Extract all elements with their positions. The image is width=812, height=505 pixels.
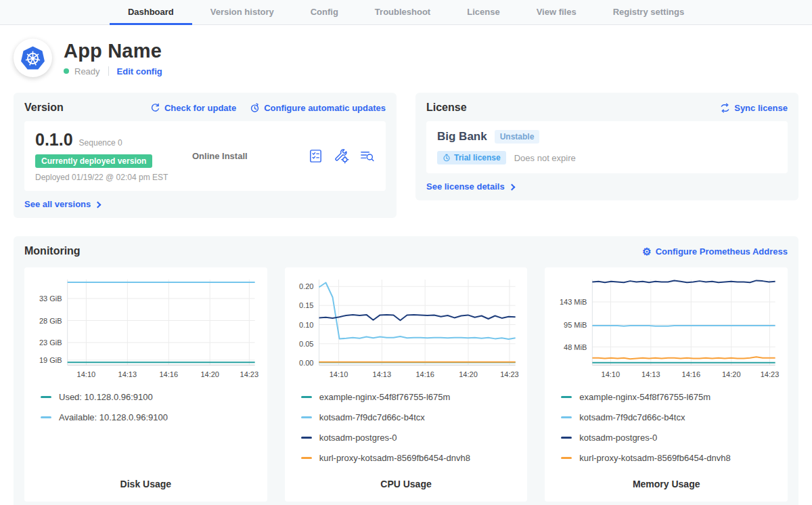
svg-text:14:20: 14:20	[722, 370, 741, 378]
svg-text:23 GiB: 23 GiB	[39, 338, 62, 347]
svg-text:143 MiB: 143 MiB	[560, 298, 587, 306]
tab-version-history[interactable]: Version history	[192, 0, 292, 25]
legend-item: kurl-proxy-kotsadm-8569fb6454-dnvh8	[301, 453, 520, 463]
sync-arrows-icon	[720, 103, 730, 113]
svg-text:0.05: 0.05	[299, 340, 313, 348]
svg-text:48 MiB: 48 MiB	[564, 343, 587, 351]
deployed-badge: Currently deployed version	[35, 154, 152, 168]
svg-text:0.20: 0.20	[299, 282, 313, 290]
legend-label: kurl-proxy-kotsadm-8569fb6454-dnvh8	[319, 453, 470, 463]
legend-item: kotsadm-postgres-0	[301, 433, 520, 443]
svg-text:0.10: 0.10	[299, 321, 313, 329]
configure-wrench-icon[interactable]	[334, 148, 349, 164]
legend-label: kotsadm-7f9dc7d66c-b4tcx	[319, 412, 425, 422]
refresh-icon	[150, 103, 160, 113]
svg-text:14:10: 14:10	[602, 370, 621, 378]
see-license-details-link[interactable]: See license details	[426, 181, 788, 192]
top-nav: Dashboard Version history Config Trouble…	[0, 0, 812, 25]
svg-text:14:23: 14:23	[761, 370, 780, 378]
tab-license[interactable]: License	[449, 0, 518, 25]
license-panel: Big Bank Unstable Trial license D	[426, 121, 788, 173]
legend-item: kurl-proxy-kotsadm-8569fb6454-dnvh8	[561, 453, 780, 463]
legend-item: kotsadm-7f9dc7d66c-b4tcx	[561, 412, 780, 422]
svg-text:14:13: 14:13	[641, 370, 660, 378]
legend-item: kotsadm-postgres-0	[561, 433, 780, 443]
sync-license-button[interactable]: Sync license	[720, 103, 788, 113]
legend-label: example-nginx-54f8f76755-l675m	[319, 392, 451, 402]
legend-label: kotsadm-postgres-0	[319, 433, 397, 443]
memory-usage-legend: example-nginx-54f8f76755-l675mkotsadm-7f…	[553, 392, 780, 473]
svg-text:14:20: 14:20	[459, 370, 478, 378]
tab-view-files[interactable]: View files	[518, 0, 595, 25]
legend-label: kotsadm-7f9dc7d66c-b4tcx	[579, 412, 685, 422]
edit-config-link[interactable]: Edit config	[117, 66, 162, 76]
tab-registry-settings[interactable]: Registry settings	[595, 0, 702, 25]
version-number: 0.1.0	[35, 130, 73, 150]
memory-usage-chart: 14:1014:1314:1614:2014:23143 MiB95 MiB48…	[553, 276, 780, 382]
legend-item: kotsadm-7f9dc7d66c-b4tcx	[301, 412, 520, 422]
page-title: App Name	[64, 40, 162, 62]
customer-name: Big Bank	[437, 130, 487, 144]
chart-title-disk: Disk Usage	[32, 473, 259, 492]
check-for-update-button[interactable]: Check for update	[150, 103, 236, 113]
tab-config[interactable]: Config	[292, 0, 357, 25]
legend-dash-icon	[41, 396, 51, 398]
legend-label: example-nginx-54f8f76755-l675m	[579, 392, 710, 402]
chevron-right-icon	[95, 201, 102, 208]
app-header: App Name Ready Edit config	[14, 39, 798, 77]
stopwatch-icon	[443, 154, 451, 162]
tab-troubleshoot[interactable]: Troubleshoot	[357, 0, 449, 25]
status-dot-icon	[64, 68, 69, 74]
disk-usage-legend: Used: 10.128.0.96:9100Available: 10.128.…	[32, 392, 259, 433]
configure-prometheus-button[interactable]: ⚙ Configure Prometheus Address	[642, 246, 788, 257]
svg-text:95 MiB: 95 MiB	[564, 321, 587, 329]
app-status: Ready	[74, 66, 100, 76]
license-card-title: License	[426, 102, 467, 114]
configure-automatic-updates-button[interactable]: Configure automatic updates	[250, 103, 386, 113]
legend-dash-icon	[301, 457, 312, 459]
legend-item: example-nginx-54f8f76755-l675m	[301, 392, 520, 402]
legend-dash-icon	[41, 416, 51, 418]
deployed-timestamp: Deployed 01/19/22 @ 02:04 pm EST	[35, 173, 192, 182]
license-type-badge: Trial license	[437, 151, 506, 164]
svg-text:0.00: 0.00	[299, 359, 313, 367]
chart-title-memory: Memory Usage	[553, 473, 780, 492]
legend-label: kurl-proxy-kotsadm-8569fb6454-dnvh8	[579, 453, 730, 463]
channel-badge: Unstable	[495, 130, 540, 144]
see-all-versions-link[interactable]: See all versions	[24, 199, 386, 209]
svg-text:33 GiB: 33 GiB	[39, 294, 62, 303]
svg-text:14:10: 14:10	[77, 370, 96, 378]
current-version-panel: 0.1.0 Sequence 0 Currently deployed vers…	[24, 121, 386, 191]
cpu-usage-legend: example-nginx-54f8f76755-l675mkotsadm-7f…	[293, 392, 520, 473]
view-logs-icon[interactable]	[359, 148, 375, 164]
version-card-title: Version	[24, 102, 64, 114]
svg-text:14:23: 14:23	[240, 370, 259, 378]
preflight-checks-icon[interactable]	[308, 148, 323, 164]
disk-usage-chart: 14:1014:1314:1614:2014:2333 GiB28 GiB23 …	[32, 276, 259, 382]
disk-usage-chart-card: 14:1014:1314:1614:2014:2333 GiB28 GiB23 …	[24, 267, 267, 502]
svg-text:19 GiB: 19 GiB	[39, 356, 62, 364]
tab-dashboard[interactable]: Dashboard	[110, 0, 192, 25]
legend-label: Available: 10.128.0.96:9100	[59, 412, 168, 422]
legend-dash-icon	[561, 416, 572, 418]
license-expiry: Does not expire	[514, 153, 576, 163]
legend-item: Used: 10.128.0.96:9100	[41, 392, 259, 402]
legend-dash-icon	[301, 437, 312, 439]
monitoring-title: Monitoring	[24, 245, 81, 257]
license-card: License Sync license Big Bank	[415, 93, 798, 200]
monitoring-card: Monitoring ⚙ Configure Prometheus Addres…	[14, 236, 798, 505]
legend-dash-icon	[301, 416, 312, 418]
legend-dash-icon	[301, 396, 312, 398]
legend-dash-icon	[561, 437, 572, 439]
svg-text:14:10: 14:10	[329, 370, 348, 378]
svg-text:0.15: 0.15	[299, 301, 313, 309]
kubernetes-logo-icon	[14, 39, 52, 77]
svg-text:14:20: 14:20	[200, 370, 219, 378]
legend-item: Available: 10.128.0.96:9100	[41, 412, 259, 422]
legend-item: example-nginx-54f8f76755-l675m	[561, 392, 780, 402]
legend-dash-icon	[561, 457, 572, 459]
svg-text:14:13: 14:13	[118, 370, 137, 378]
svg-text:14:23: 14:23	[500, 370, 519, 378]
svg-text:14:16: 14:16	[159, 370, 178, 378]
gear-icon: ⚙	[642, 246, 651, 257]
